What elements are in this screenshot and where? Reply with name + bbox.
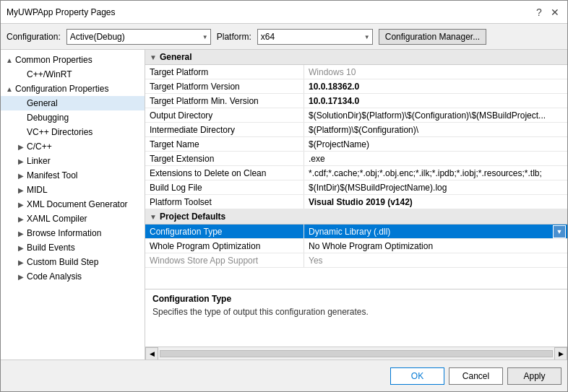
config-select-wrapper[interactable]: Active(Debug) [66, 29, 211, 45]
sidebar-item-debugging[interactable]: Debugging [1, 110, 145, 125]
scroll-left-button[interactable]: ◀ [145, 347, 158, 360]
sidebar-item-linker[interactable]: ▶ Linker [1, 154, 145, 168]
prop-value: $(Platform)\$(Configuration)\ [304, 123, 567, 136]
prop-value: Dynamic Library (.dll) [304, 225, 553, 238]
section-label: Project Defaults [160, 212, 225, 222]
prop-name: Output Directory [145, 108, 304, 122]
scroll-track[interactable] [160, 350, 553, 357]
prop-row-build-log[interactable]: Build Log File $(IntDir)$(MSBuildProject… [145, 180, 567, 195]
sidebar-item-general[interactable]: General [1, 96, 145, 110]
prop-value: $(IntDir)$(MSBuildProjectName).log [304, 180, 567, 194]
sidebar-item-label: General [27, 98, 58, 108]
expand-icon [15, 126, 27, 138]
sidebar-item-label: XAML Compiler [27, 214, 87, 224]
ok-button[interactable]: OK [390, 367, 444, 385]
sidebar-item-vc-directories[interactable]: VC++ Directories [1, 125, 145, 139]
sidebar-item-xml-doc-gen[interactable]: ▶ XML Document Generator [1, 197, 145, 212]
prop-row-target-platform-min-version[interactable]: Target Platform Min. Version 10.0.17134.… [145, 94, 567, 108]
sidebar-item-label: Browse Information [27, 228, 101, 238]
sidebar-item-xaml-compiler[interactable]: ▶ XAML Compiler [1, 212, 145, 226]
horizontal-scrollbar[interactable]: ◀ ▶ [145, 347, 567, 360]
expand-icon: ▶ [15, 256, 27, 268]
expand-icon: ▶ [15, 227, 27, 239]
property-pages-dialog: MyUWPApp Property Pages ? ✕ Configuratio… [0, 0, 568, 392]
sidebar-item-label: MIDL [27, 185, 48, 195]
prop-row-output-directory[interactable]: Output Directory $(SolutionDir)$(Platfor… [145, 108, 567, 123]
close-button[interactable]: ✕ [548, 6, 561, 19]
prop-row-target-platform-version[interactable]: Target Platform Version 10.0.18362.0 [145, 79, 567, 94]
content-area: ▼ General Target Platform Windows 10 Tar… [145, 50, 567, 360]
scroll-track-area: ◀ ▶ [145, 347, 567, 360]
sidebar-item-configuration-properties[interactable]: ▲ Configuration Properties [1, 82, 145, 96]
help-button[interactable]: ? [533, 6, 546, 19]
prop-row-configuration-type[interactable]: Configuration Type Dynamic Library (.dll… [145, 225, 567, 239]
expand-icon: ▲ [4, 54, 15, 66]
sidebar-item-label: Manifest Tool [27, 170, 77, 180]
expand-icon [15, 69, 27, 80]
sidebar-item-build-events[interactable]: ▶ Build Events [1, 240, 145, 255]
sidebar-item-browse-information[interactable]: ▶ Browse Information [1, 226, 145, 240]
sidebar-item-cpp-winrt[interactable]: C++/WinRT [1, 67, 145, 82]
sidebar-item-custom-build-step[interactable]: ▶ Custom Build Step [1, 255, 145, 269]
prop-row-whole-program-optimization[interactable]: Whole Program Optimization No Whole Prog… [145, 239, 567, 253]
description-title: Configuration Type [152, 294, 560, 304]
prop-row-target-extension[interactable]: Target Extension .exe [145, 152, 567, 166]
prop-name: Target Platform Version [145, 79, 304, 93]
scroll-right-button[interactable]: ▶ [554, 347, 567, 360]
prop-value-container: Dynamic Library (.dll) ▼ [304, 225, 567, 238]
sidebar-item-label: Build Events [27, 243, 75, 253]
properties-panel: ▼ General Target Platform Windows 10 Tar… [145, 50, 567, 289]
general-section-header[interactable]: ▼ General [145, 50, 567, 65]
prop-row-extensions-delete[interactable]: Extensions to Delete on Clean *.cdf;*.ca… [145, 166, 567, 180]
sidebar-item-label: XML Document Generator [27, 199, 128, 209]
config-select[interactable]: Active(Debug) [66, 29, 211, 45]
expand-icon: ▶ [15, 170, 27, 181]
sidebar-item-label: Linker [27, 156, 51, 166]
sidebar-item-common-properties[interactable]: ▲ Common Properties [1, 53, 145, 67]
expand-icon: ▲ [4, 83, 15, 95]
main-content: ▲ Common Properties C++/WinRT ▲ Configur… [1, 50, 567, 360]
platform-select[interactable]: x64 [257, 29, 373, 45]
expand-icon: ▶ [15, 213, 27, 225]
prop-value: *.cdf;*.cache;*.obj;*.obj.enc;*.ilk;*.ip… [304, 166, 567, 180]
sidebar-item-c-cpp[interactable]: ▶ C/C++ [1, 139, 145, 154]
prop-name: Target Platform Min. Version [145, 94, 304, 108]
description-panel: Configuration Type Specifies the type of… [145, 289, 567, 347]
prop-value: Visual Studio 2019 (v142) [304, 195, 567, 209]
prop-name: Target Platform [145, 65, 304, 79]
project-defaults-section-header[interactable]: ▼ Project Defaults [145, 209, 567, 225]
prop-name: Intermediate Directory [145, 123, 304, 136]
prop-row-platform-toolset[interactable]: Platform Toolset Visual Studio 2019 (v14… [145, 195, 567, 209]
dropdown-button[interactable]: ▼ [553, 225, 566, 238]
prop-row-intermediate-directory[interactable]: Intermediate Directory $(Platform)\$(Con… [145, 123, 567, 137]
sidebar-item-label: C/C++ [27, 141, 52, 152]
sidebar-item-midl[interactable]: ▶ MIDL [1, 183, 145, 197]
sidebar-item-label: VC++ Directories [27, 127, 92, 137]
prop-value: .exe [304, 152, 567, 165]
prop-value: Yes [304, 253, 567, 267]
sidebar-item-manifest-tool[interactable]: ▶ Manifest Tool [1, 168, 145, 183]
expand-icon: ▶ [15, 141, 27, 152]
sidebar-item-label: Code Analysis [27, 271, 82, 282]
sidebar-item-label: Common Properties [15, 55, 92, 65]
expand-icon [15, 97, 27, 109]
expand-icon [15, 112, 27, 123]
prop-row-target-platform[interactable]: Target Platform Windows 10 [145, 65, 567, 79]
sidebar-item-label: Custom Build Step [27, 257, 98, 267]
prop-name: Target Name [145, 137, 304, 151]
prop-row-target-name[interactable]: Target Name $(ProjectName) [145, 137, 567, 152]
expand-icon: ▶ [15, 184, 27, 196]
config-manager-button[interactable]: Configuration Manager... [379, 29, 486, 45]
prop-row-windows-store-app-support[interactable]: Windows Store App Support Yes [145, 253, 567, 268]
sidebar: ▲ Common Properties C++/WinRT ▲ Configur… [1, 50, 145, 360]
title-bar: MyUWPApp Property Pages ? ✕ [1, 1, 567, 24]
sidebar-item-code-analysis[interactable]: ▶ Code Analysis [1, 269, 145, 284]
config-bar: Configuration: Active(Debug) Platform: x… [1, 24, 567, 50]
sidebar-item-label: Configuration Properties [15, 84, 108, 94]
dialog-title: MyUWPApp Property Pages [7, 7, 116, 17]
prop-name: Configuration Type [145, 225, 304, 238]
apply-button[interactable]: Apply [507, 367, 561, 385]
platform-select-wrapper[interactable]: x64 [257, 29, 373, 45]
cancel-button[interactable]: Cancel [449, 367, 503, 385]
prop-name: Target Extension [145, 152, 304, 165]
